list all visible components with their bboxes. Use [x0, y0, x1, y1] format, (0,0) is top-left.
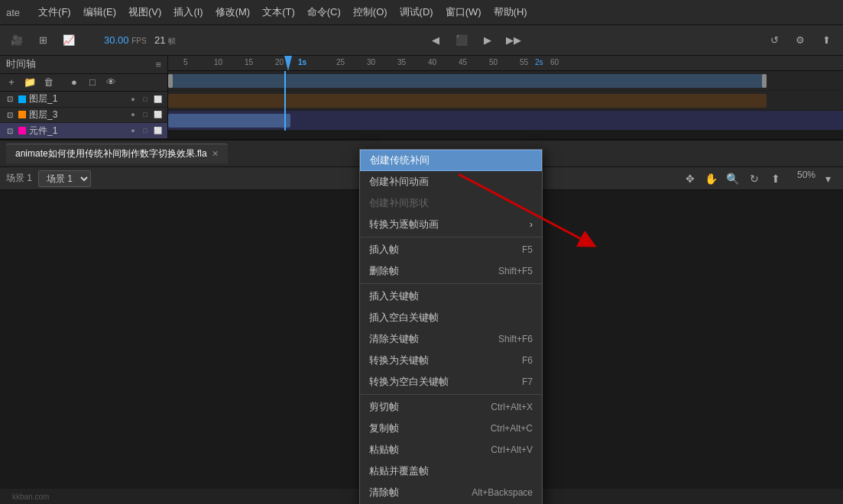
- scene-tool-hand[interactable]: ✋: [702, 170, 721, 188]
- menu-help[interactable]: 帮助(H): [488, 0, 533, 25]
- scene-tool-flip[interactable]: ⬆: [767, 170, 785, 188]
- menu-modify[interactable]: 修改(M): [209, 0, 257, 25]
- tab-label: animate如何使用传统补间制作数字切换效果.fla: [15, 147, 207, 160]
- layer-eye-1[interactable]: ●: [128, 94, 138, 105]
- menu-view[interactable]: 视图(V): [122, 0, 167, 25]
- ctx-cut-frame[interactable]: 剪切帧 Ctrl+Alt+X: [360, 396, 542, 418]
- delete-layer-btn[interactable]: 🗑: [40, 74, 57, 91]
- layer-icon-3: ⊡: [5, 125, 15, 136]
- scene-tools: ✥ ✋ 🔍 ↻ ⬆ 50% ▾: [681, 170, 837, 188]
- layer-name-2: 图层_3: [29, 108, 125, 121]
- layer-name-1: 图层_1: [29, 92, 125, 105]
- layer-lock-2[interactable]: □: [140, 109, 151, 120]
- menu-text[interactable]: 文本(T): [256, 0, 301, 25]
- scene-select[interactable]: 场景 1: [38, 170, 91, 187]
- title-bar: ate 文件(F) 编辑(E) 视图(V) 插入(I) 修改(M) 文本(T) …: [0, 0, 843, 25]
- ctx-convert-blank-keyframe[interactable]: 转换为空白关键帧 F7: [360, 371, 542, 393]
- menu-window[interactable]: 窗口(W): [439, 0, 488, 25]
- ctx-create-traditional[interactable]: 创建传统补间: [360, 150, 542, 171]
- layer-eye-3[interactable]: ●: [128, 125, 138, 136]
- ctx-delete-frame[interactable]: 删除帧 Shift+F5: [360, 260, 542, 282]
- menu-file[interactable]: 文件(F): [32, 0, 77, 25]
- ctx-convert-keyframe[interactable]: 转换为关键帧 F6: [360, 350, 542, 371]
- ctx-copy-frame[interactable]: 复制帧 Ctrl+Alt+C: [360, 418, 542, 439]
- play-btn[interactable]: ▶: [477, 30, 498, 51]
- context-menu: 创建传统补间 创建补间动画 创建补间形状 转换为逐帧动画 › 插入帧 F5 删除…: [359, 149, 543, 504]
- camera-btn[interactable]: 🎥: [6, 30, 28, 51]
- ctx-insert-frame[interactable]: 插入帧 F5: [360, 239, 542, 260]
- layer-color-2: [18, 111, 26, 118]
- layer-row-2[interactable]: ⊡ 图层_3 ● □ ⬜: [0, 108, 167, 124]
- layer-lock-3[interactable]: □: [140, 125, 151, 136]
- scene-label: 场景 1: [6, 172, 32, 185]
- grid-btn[interactable]: ⊞: [32, 30, 53, 51]
- timeline-header: 时间轴 ≡: [0, 56, 167, 74]
- ctx-paste-overwrite[interactable]: 粘贴并覆盖帧: [360, 460, 542, 482]
- lock-btn[interactable]: □: [84, 74, 101, 91]
- ctx-sep-2: [360, 283, 542, 284]
- layer-row-1[interactable]: ⊡ 图层_1 ● □ ⬜: [0, 92, 167, 108]
- frame-row-3: [168, 111, 843, 131]
- menu-edit[interactable]: 编辑(E): [77, 0, 122, 25]
- next-keyframe-btn[interactable]: ▶▶: [503, 30, 524, 51]
- menu-debug[interactable]: 调试(D): [394, 0, 439, 25]
- frame-display: 21 帧: [154, 34, 185, 47]
- frame-row-2: [168, 91, 843, 111]
- expand-btn[interactable]: ⬆: [815, 30, 837, 51]
- chart-btn[interactable]: 📈: [58, 30, 79, 51]
- layer-controls: + 📁 🗑 ● □ 👁: [0, 74, 167, 92]
- layer-color-3: [18, 127, 26, 134]
- menu-control[interactable]: 控制(O): [347, 0, 394, 25]
- folder-btn[interactable]: 📁: [21, 74, 38, 91]
- ctx-create-tween[interactable]: 创建补间动画: [360, 171, 542, 192]
- main-toolbar: 🎥 ⊞ 📈 30.00 FPS 21 帧 ◀ ⬛ ▶ ▶▶ ↺ ⚙ ⬆: [0, 25, 843, 56]
- eye-btn[interactable]: 👁: [102, 74, 119, 91]
- layer-outline-2[interactable]: ⬜: [152, 109, 163, 120]
- scene-tool-rotate[interactable]: ↻: [745, 170, 764, 188]
- ctx-sep-1: [360, 237, 542, 237]
- stop-btn[interactable]: ⬛: [451, 30, 472, 51]
- settings-btn[interactable]: ⚙: [790, 30, 811, 51]
- app-name: ate: [6, 7, 20, 18]
- ctx-arrow-sub: ›: [530, 219, 533, 230]
- layer-outline-1[interactable]: ⬜: [152, 94, 163, 105]
- tab-main[interactable]: animate如何使用传统补间制作数字切换效果.fla ✕: [6, 144, 228, 163]
- ctx-create-shape: 创建补间形状: [360, 192, 542, 214]
- add-layer-btn[interactable]: +: [3, 74, 20, 91]
- layer-icon-2: ⊡: [5, 109, 15, 120]
- scene-tool-zoom[interactable]: 🔍: [724, 170, 742, 188]
- timeline-menu-icon[interactable]: ≡: [155, 59, 161, 70]
- timeline-right: 5 10 15 20 1s 25 30 35 40 45 50 2s 55 60: [168, 56, 843, 139]
- scene-tool-move[interactable]: ✥: [681, 170, 699, 188]
- solo-btn[interactable]: ●: [66, 74, 83, 91]
- layer-eye-2[interactable]: ●: [128, 109, 138, 120]
- layer-icon-1: ⊡: [5, 94, 15, 105]
- ctx-sep-3: [360, 394, 542, 395]
- layer-outline-3[interactable]: ⬜: [152, 125, 163, 136]
- zoom-level: 50%: [797, 170, 815, 188]
- frame-row-1: [168, 71, 843, 91]
- ctx-paste-frame[interactable]: 粘贴帧 Ctrl+Alt+V: [360, 439, 542, 460]
- ctx-clear-frame[interactable]: 清除帧 Alt+Backspace: [360, 482, 542, 503]
- loop-btn[interactable]: ↺: [764, 30, 785, 51]
- tab-close-btn[interactable]: ✕: [212, 149, 219, 159]
- layer-row-3[interactable]: ⊡ 元件_1 ● □ ⬜: [0, 123, 167, 139]
- ctx-convert-frame[interactable]: 转换为逐帧动画 ›: [360, 214, 542, 235]
- fps-display: 30.00 FPS: [104, 34, 150, 46]
- ctx-insert-keyframe[interactable]: 插入关键帧: [360, 286, 542, 307]
- ctx-insert-blank-keyframe[interactable]: 插入空白关键帧: [360, 307, 542, 328]
- menu-command[interactable]: 命令(C): [301, 0, 347, 25]
- ctx-clear-keyframe[interactable]: 清除关键帧 Shift+F6: [360, 328, 542, 350]
- layer-lock-1[interactable]: □: [140, 94, 151, 105]
- ruler: 5 10 15 20 1s 25 30 35 40 45 50 2s 55 60: [168, 56, 843, 71]
- prev-keyframe-btn[interactable]: ◀: [425, 30, 446, 51]
- zoom-dropdown[interactable]: ▾: [819, 170, 837, 188]
- layer-name-3: 元件_1: [29, 124, 125, 137]
- menu-insert[interactable]: 插入(I): [167, 0, 209, 25]
- layer-color-1: [18, 95, 26, 103]
